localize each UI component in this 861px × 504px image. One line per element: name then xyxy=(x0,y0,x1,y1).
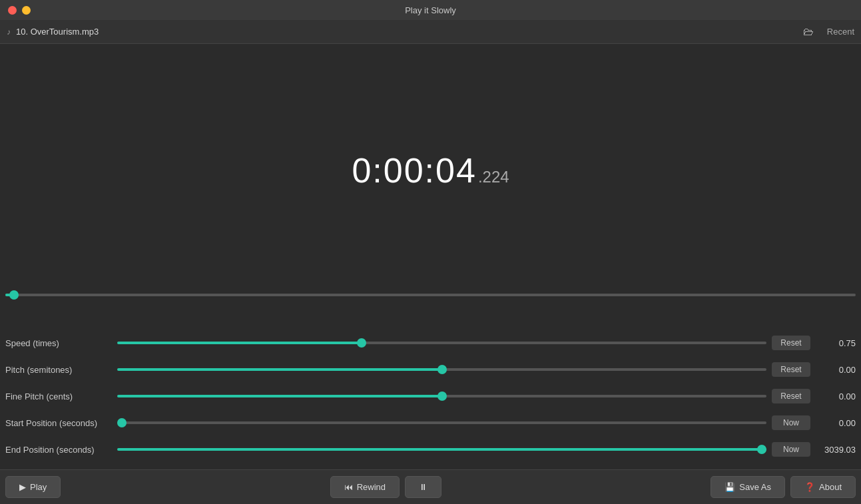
bottom-right: 💾 Save As ❓ About xyxy=(711,476,856,498)
fine-pitch-row: Fine Pitch (cents) Reset 0.00 xyxy=(5,384,856,408)
rewind-icon: ⏮ xyxy=(344,482,353,492)
window-controls xyxy=(8,6,31,15)
fine-pitch-value: 0.00 xyxy=(816,391,856,401)
bottom-bar: ▶ Play ⏮ Rewind ⏸ 💾 Save As ❓ About xyxy=(0,469,861,504)
app-title: Play it Slowly xyxy=(405,5,456,15)
speed-reset-button[interactable]: Reset xyxy=(772,336,810,350)
fine-pitch-label: Fine Pitch (cents) xyxy=(5,391,112,401)
end-position-slider-container xyxy=(117,443,766,456)
music-icon: ♪ xyxy=(7,27,11,37)
titlebar: Play it Slowly xyxy=(0,0,861,20)
filebar: ♪ 10. OverTourism.mp3 🗁 Recent xyxy=(0,20,861,44)
end-position-now-button[interactable]: Now xyxy=(772,442,810,457)
pitch-slider[interactable] xyxy=(117,368,766,371)
speed-label: Speed (times) xyxy=(5,338,112,348)
about-icon: ❓ xyxy=(804,482,815,492)
filename: 10. OverTourism.mp3 xyxy=(16,27,798,37)
play-button[interactable]: ▶ Play xyxy=(5,476,61,498)
pause-icon: ⏸ xyxy=(419,482,428,492)
pitch-reset-button[interactable]: Reset xyxy=(772,362,810,377)
seek-track[interactable] xyxy=(5,294,856,296)
end-position-value: 3039.03 xyxy=(816,445,856,455)
save-as-icon: 💾 xyxy=(724,482,735,492)
rewind-button[interactable]: ⏮ Rewind xyxy=(330,476,400,498)
main-area: 0:00:04 .224 xyxy=(0,44,861,323)
start-position-now-button[interactable]: Now xyxy=(772,415,810,430)
timer-display: 0:00:04 .224 xyxy=(352,150,509,190)
seek-thumb[interactable] xyxy=(9,290,19,300)
seekbar-container[interactable] xyxy=(0,294,861,296)
controls-section: Speed (times) Reset 0.75 Pitch (semitone… xyxy=(0,323,861,469)
folder-icon[interactable]: 🗁 xyxy=(803,26,814,38)
close-button[interactable] xyxy=(8,6,17,15)
rewind-label: Rewind xyxy=(357,482,386,492)
minimize-button[interactable] xyxy=(22,6,31,15)
timer-ms: .224 xyxy=(478,168,509,186)
speed-slider[interactable] xyxy=(117,342,766,344)
speed-row: Speed (times) Reset 0.75 xyxy=(5,331,856,355)
save-as-button[interactable]: 💾 Save As xyxy=(711,476,785,498)
timer-main: 0:00:04 xyxy=(352,150,477,190)
start-position-slider-container xyxy=(117,416,766,429)
start-position-slider[interactable] xyxy=(117,421,766,424)
pitch-value: 0.00 xyxy=(816,365,856,375)
start-position-row: Start Position (seconds) Now 0.00 xyxy=(5,411,856,435)
speed-slider-container xyxy=(117,336,766,350)
end-position-row: End Position (seconds) Now 3039.03 xyxy=(5,437,856,461)
play-label: Play xyxy=(30,482,47,492)
fine-pitch-reset-button[interactable]: Reset xyxy=(772,389,810,403)
about-label: About xyxy=(819,482,842,492)
pitch-slider-container xyxy=(117,363,766,376)
pitch-label: Pitch (semitones) xyxy=(5,365,112,375)
save-as-label: Save As xyxy=(739,482,771,492)
bottom-center: ⏮ Rewind ⏸ xyxy=(330,476,441,498)
fine-pitch-slider[interactable] xyxy=(117,395,766,397)
pause-button[interactable]: ⏸ xyxy=(405,476,441,498)
end-position-slider[interactable] xyxy=(117,448,766,451)
recent-button[interactable]: Recent xyxy=(827,27,854,37)
fine-pitch-slider-container xyxy=(117,389,766,403)
about-button[interactable]: ❓ About xyxy=(790,476,856,498)
speed-value: 0.75 xyxy=(816,338,856,348)
start-position-value: 0.00 xyxy=(816,418,856,428)
start-position-label: Start Position (seconds) xyxy=(5,418,112,428)
play-icon: ▶ xyxy=(19,482,26,492)
end-position-label: End Position (seconds) xyxy=(5,445,112,455)
pitch-row: Pitch (semitones) Reset 0.00 xyxy=(5,358,856,381)
